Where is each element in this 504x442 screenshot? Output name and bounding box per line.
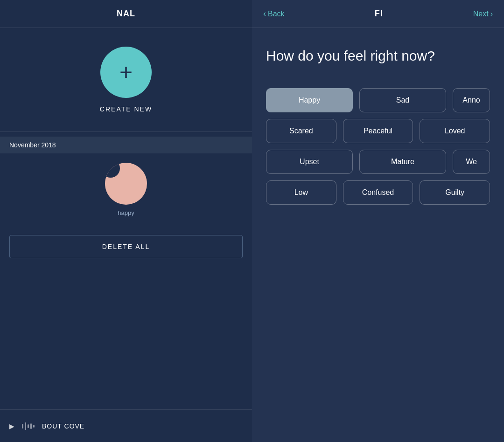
emotion-sad[interactable]: Sad <box>359 88 446 112</box>
right-header-title: FI <box>375 9 383 19</box>
emotion-row-3: Low Confused Guilty <box>266 180 490 205</box>
wave-bar-1 <box>22 424 23 428</box>
feel-question: How do you feel right now? <box>266 47 490 65</box>
emotion-mature[interactable]: Mature <box>359 150 446 174</box>
left-header: NAL <box>0 0 252 28</box>
chevron-right-icon: › <box>490 10 493 18</box>
right-header: ‹ Back FI Next › <box>252 0 504 28</box>
emotion-guilty[interactable]: Guilty <box>420 180 490 205</box>
divider <box>0 131 252 132</box>
next-label: Next <box>473 10 489 18</box>
back-button[interactable]: ‹ Back <box>263 9 285 19</box>
create-new-button[interactable]: + <box>100 47 152 98</box>
emotion-annoyed[interactable]: Anno <box>453 88 490 112</box>
emotion-upset[interactable]: Upset <box>266 150 353 174</box>
emotion-grid: Happy Sad Anno Scared Peaceful Loved Ups… <box>266 88 490 205</box>
emotion-scared[interactable]: Scared <box>266 119 336 143</box>
create-new-label: CREATE NEW <box>100 105 152 113</box>
delete-all-button[interactable]: DELETE ALL <box>9 235 243 258</box>
next-button[interactable]: Next › <box>473 10 493 18</box>
right-panel: ‹ Back FI Next › How do you feel right n… <box>252 0 504 442</box>
back-label: Back <box>268 10 285 18</box>
emotion-weird[interactable]: We <box>453 150 490 174</box>
wave-bar-5 <box>33 425 35 428</box>
bottom-bar-text: BOUT COVE <box>42 422 84 430</box>
emotion-row-0: Happy Sad Anno <box>266 88 490 112</box>
entry-label: happy <box>118 209 134 216</box>
journal-entries: happy <box>0 153 252 226</box>
emotion-loved[interactable]: Loved <box>420 119 490 143</box>
wave-bar-2 <box>25 422 26 430</box>
emotion-happy[interactable]: Happy <box>266 88 353 112</box>
bottom-bar: ▶ BOUT COVE <box>0 409 252 442</box>
entry-avatar[interactable] <box>105 163 147 205</box>
left-header-title: NAL <box>117 9 135 19</box>
audio-waves <box>22 422 35 430</box>
create-new-section: + CREATE NEW <box>0 28 252 127</box>
emotion-row-1: Scared Peaceful Loved <box>266 119 490 143</box>
wave-bar-4 <box>30 423 32 429</box>
wave-bar-3 <box>28 424 29 428</box>
right-content: How do you feel right now? Happy Sad Ann… <box>252 28 504 442</box>
chevron-left-icon: ‹ <box>263 9 266 19</box>
plus-icon: + <box>119 61 133 83</box>
emotion-confused[interactable]: Confused <box>343 180 413 205</box>
play-icon[interactable]: ▶ <box>9 422 14 430</box>
left-panel: NAL + CREATE NEW November 2018 happy DEL… <box>0 0 252 442</box>
month-header: November 2018 <box>0 137 252 153</box>
emotion-row-2: Upset Mature We <box>266 150 490 174</box>
emotion-low[interactable]: Low <box>266 180 336 205</box>
emotion-peaceful[interactable]: Peaceful <box>343 119 413 143</box>
